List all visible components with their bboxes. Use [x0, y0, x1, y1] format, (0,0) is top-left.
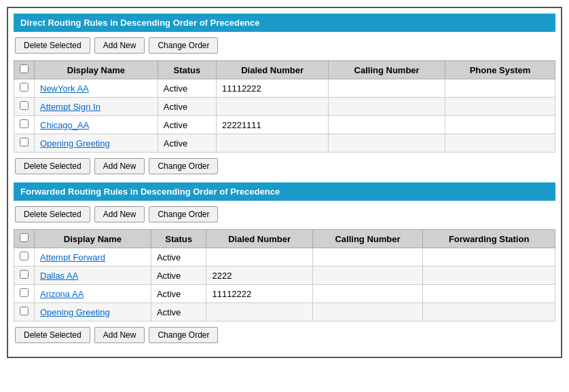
direct-row-link-2[interactable]: Chicago_AA: [40, 120, 89, 130]
direct-col-dialed-number: Dialed Number: [216, 61, 328, 79]
forwarded-row-calling-0: [312, 248, 423, 267]
forwarded-add-new-bottom[interactable]: Add New: [94, 327, 145, 343]
direct-bottom-toolbar: Delete Selected Add New Change Order: [14, 158, 555, 174]
direct-row-dialed-1: [216, 98, 328, 116]
forwarded-row-dialed-0: [206, 248, 312, 267]
forwarded-row-status-2: Active: [151, 285, 206, 303]
direct-row-check-1[interactable]: [20, 101, 29, 110]
direct-row-phone-system-2: [445, 116, 555, 134]
direct-change-order-bottom[interactable]: Change Order: [149, 158, 218, 174]
forwarded-table-row: Arizona AA Active 11112222: [14, 285, 555, 303]
forwarded-row-forwarding-station-3: [423, 303, 555, 321]
forwarded-delete-selected-top[interactable]: Delete Selected: [15, 206, 90, 222]
forwarded-row-checkbox-3: [14, 303, 35, 321]
direct-row-name-3: Opening Greeting: [35, 134, 158, 153]
forwarded-col-status: Status: [151, 230, 206, 248]
direct-row-checkbox-3: [14, 134, 35, 153]
forwarded-table-row: Attempt Forward Active: [14, 248, 555, 267]
direct-row-calling-1: [329, 98, 445, 116]
forwarded-row-calling-1: [312, 267, 423, 285]
forwarded-row-forwarding-station-2: [423, 285, 555, 303]
direct-row-checkbox-0: [14, 79, 35, 98]
direct-row-dialed-3: [216, 134, 328, 153]
forwarded-row-status-1: Active: [151, 267, 206, 285]
direct-row-link-0[interactable]: NewYork AA: [40, 83, 89, 94]
forwarded-row-name-1: Dallas AA: [35, 267, 151, 285]
forwarded-row-calling-3: [312, 303, 423, 321]
direct-row-phone-system-1: [445, 98, 555, 116]
forwarded-routing-section: Forwarded Routing Rules in Descending Or…: [14, 182, 555, 343]
direct-change-order-top[interactable]: Change Order: [149, 37, 218, 54]
direct-row-calling-3: [329, 134, 445, 153]
forwarded-table-row: Dallas AA Active 2222: [14, 267, 555, 285]
direct-routing-table: Display Name Status Dialed Number Callin…: [14, 60, 555, 153]
forwarded-row-name-2: Arizona AA: [35, 285, 151, 303]
direct-row-check-3[interactable]: [20, 138, 29, 146]
direct-table-row: NewYork AA Active 11112222: [14, 79, 555, 98]
forwarded-col-forwarding-station: Forwarding Station: [423, 230, 555, 248]
forwarded-col-dialed-number: Dialed Number: [206, 230, 312, 248]
direct-row-checkbox-2: [14, 116, 35, 134]
direct-col-checkbox: [14, 61, 35, 79]
forwarded-col-calling-number: Calling Number: [312, 230, 423, 248]
forwarded-row-dialed-2: 11112222: [206, 285, 312, 303]
forwarded-row-link-1[interactable]: Dallas AA: [40, 271, 78, 281]
direct-table-row: Opening Greeting Active: [14, 134, 555, 153]
forwarded-row-forwarding-station-0: [423, 248, 555, 267]
forwarded-row-checkbox-1: [14, 267, 35, 285]
forwarded-row-link-2[interactable]: Arizona AA: [40, 289, 84, 299]
forwarded-row-status-3: Active: [151, 303, 206, 321]
forwarded-row-check-2[interactable]: [20, 288, 29, 297]
direct-row-check-0[interactable]: [20, 83, 29, 92]
direct-row-status-0: Active: [158, 79, 216, 98]
direct-row-link-3[interactable]: Opening Greeting: [40, 138, 110, 149]
forwarded-row-status-0: Active: [151, 248, 206, 267]
direct-row-calling-0: [329, 79, 445, 98]
forwarded-row-name-0: Attempt Forward: [35, 248, 151, 267]
direct-select-all-checkbox[interactable]: [20, 64, 29, 73]
direct-row-dialed-0: 11112222: [216, 79, 328, 98]
forwarded-row-check-1[interactable]: [20, 270, 29, 279]
forwarded-delete-selected-bottom[interactable]: Delete Selected: [15, 327, 90, 343]
forwarded-row-link-0[interactable]: Attempt Forward: [40, 252, 105, 262]
forwarded-change-order-top[interactable]: Change Order: [149, 206, 218, 222]
forwarded-row-checkbox-2: [14, 285, 35, 303]
forwarded-add-new-top[interactable]: Add New: [94, 206, 145, 222]
direct-row-link-1[interactable]: Attempt Sign In: [40, 102, 100, 112]
direct-row-status-2: Active: [158, 116, 216, 134]
direct-row-dialed-2: 22221111: [216, 116, 328, 134]
forwarded-top-toolbar: Delete Selected Add New Change Order: [14, 206, 555, 222]
forwarded-change-order-bottom[interactable]: Change Order: [149, 327, 218, 343]
direct-row-calling-2: [329, 116, 445, 134]
forwarded-row-check-3[interactable]: [20, 307, 29, 315]
forwarded-routing-table: Display Name Status Dialed Number Callin…: [14, 229, 555, 321]
forwarded-row-dialed-1: 2222: [206, 267, 312, 285]
direct-row-check-2[interactable]: [20, 119, 29, 128]
direct-col-phone-system: Phone System: [445, 61, 555, 79]
direct-row-name-0: NewYork AA: [35, 79, 158, 98]
direct-row-checkbox-1: [14, 98, 35, 116]
forwarded-row-calling-2: [312, 285, 423, 303]
direct-table-row: Attempt Sign In Active: [14, 98, 555, 116]
direct-row-phone-system-0: [445, 79, 555, 98]
forwarded-section-header: Forwarded Routing Rules in Descending Or…: [14, 182, 555, 201]
direct-row-name-1: Attempt Sign In: [35, 98, 158, 116]
forwarded-row-link-3[interactable]: Opening Greeting: [40, 307, 110, 317]
forwarded-col-display-name: Display Name: [35, 230, 151, 248]
direct-delete-selected-top[interactable]: Delete Selected: [15, 37, 90, 54]
direct-col-status: Status: [158, 61, 216, 79]
direct-row-status-1: Active: [158, 98, 216, 116]
forwarded-bottom-toolbar: Delete Selected Add New Change Order: [14, 327, 555, 343]
direct-delete-selected-bottom[interactable]: Delete Selected: [15, 158, 90, 174]
forwarded-row-name-3: Opening Greeting: [35, 303, 151, 321]
forwarded-row-forwarding-station-1: [423, 267, 555, 285]
direct-add-new-top[interactable]: Add New: [94, 37, 145, 54]
direct-routing-section: Direct Routing Rules in Descending Order…: [14, 14, 555, 174]
forwarded-select-all-checkbox[interactable]: [20, 233, 29, 242]
forwarded-row-checkbox-0: [14, 248, 35, 267]
direct-table-row: Chicago_AA Active 22221111: [14, 116, 555, 134]
direct-top-toolbar: Delete Selected Add New Change Order: [14, 37, 555, 54]
forwarded-row-check-0[interactable]: [20, 252, 29, 260]
direct-add-new-bottom[interactable]: Add New: [94, 158, 145, 174]
direct-row-status-3: Active: [158, 134, 216, 153]
